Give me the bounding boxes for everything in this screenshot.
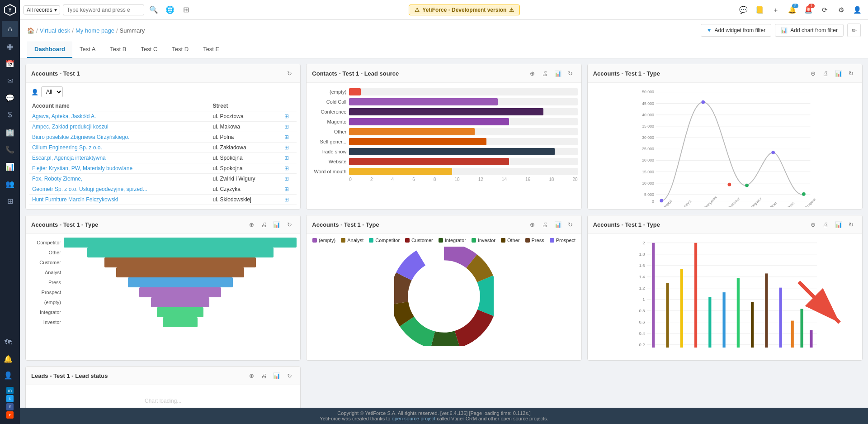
reddit-icon[interactable]: r [6,411,14,419]
print-icon-leads[interactable]: 🖨 [259,370,269,381]
breadcrumb-virtual-desk[interactable]: Virtual desk [40,27,71,34]
refresh-icon-contacts[interactable]: ↻ [565,68,576,79]
print-icon-funnel[interactable]: 🖨 [259,219,269,230]
tab-test-c[interactable]: Test C [133,41,165,58]
add-widget-button[interactable]: ▼ Add widget from filter [701,24,772,37]
account-link[interactable]: Ampec, Zakład produkcji koszul [32,124,108,130]
refresh-icon-line[interactable]: ↻ [846,68,857,79]
user-icon-btn[interactable]: 👤 [850,3,864,17]
linkedin-icon[interactable]: in [6,387,14,394]
filter-select[interactable]: All [41,86,63,97]
line-chart-svg: 50 000 45 000 40 000 35 000 30 000 25 00… [590,85,860,207]
sidebar-item-phone[interactable]: 📞 [2,141,18,157]
hbar-fill [349,158,509,165]
hbar-label: Trade show [310,149,346,154]
chart-type-icon[interactable]: 📊 [552,68,563,79]
account-link[interactable]: Escar.pl, Agencja interaktywna [32,155,106,161]
row-icon[interactable]: ⊞ [284,144,289,151]
print-icon-line[interactable]: 🖨 [821,68,831,79]
account-link[interactable]: Fox, Roboty Ziemne, [32,176,82,182]
sidebar-item-money[interactable]: $ [2,107,18,123]
sidebar-item-layers[interactable]: ⊞ [2,193,18,209]
sidebar-item-map[interactable]: 🗺 [0,334,16,351]
sidebar-item-people[interactable]: 👥 [2,176,18,192]
row-icon[interactable]: ⊞ [284,124,289,130]
chart-icon: 📊 [781,27,788,33]
records-select[interactable]: All records ▾ [24,5,60,14]
plus-circle-icon-funnel[interactable]: ⊕ [246,219,257,230]
plus-circle-icon-donut[interactable]: ⊕ [527,219,538,230]
alerts-icon-btn[interactable]: 🚨1 [801,3,816,17]
twitter-icon[interactable]: t [6,395,14,402]
row-icon[interactable]: ⊞ [284,196,289,203]
breadcrumb-home[interactable]: 🏠 [27,27,34,34]
print-icon-donut[interactable]: 🖨 [540,219,551,230]
cell-icon: ⊞ [282,122,297,132]
tab-test-a[interactable]: Test A [72,41,103,58]
sidebar-item-chat[interactable]: 💬 [2,90,18,106]
account-link[interactable]: Cilium Engineering Sp. z o.o. [32,144,102,151]
tab-test-d[interactable]: Test D [165,41,196,58]
account-link[interactable]: Agawa, Apteka, Jaskółd A. [32,113,96,119]
settings-icon-btn[interactable]: ⚙ [834,3,848,17]
tab-test-e[interactable]: Test E [196,41,226,58]
search-input[interactable] [63,5,144,15]
account-link[interactable]: Flejter Krystian, PW, Materiały budowlan… [32,165,132,172]
row-icon[interactable]: ⊞ [284,134,289,140]
print-icon-colbar[interactable]: 🖨 [821,219,831,230]
chart-type-icon-line[interactable]: 📊 [833,68,844,79]
address-book-icon-btn[interactable]: 📒 [752,3,767,17]
plus-icon-btn[interactable]: + [769,3,783,17]
sidebar-item-home[interactable]: ⌂ [2,21,18,37]
add-chart-button[interactable]: 📊 Add chart from filter [775,24,844,37]
row-icon[interactable]: ⊞ [284,176,289,182]
refresh-icon-donut[interactable]: ↻ [565,219,576,230]
chart-type-icon-donut[interactable]: 📊 [552,219,563,230]
sidebar-item-calendar[interactable]: 📅 [2,55,18,71]
row-icon[interactable]: ⊞ [284,113,289,119]
row-icon[interactable]: ⊞ [284,155,289,161]
tab-dashboard[interactable]: Dashboard [27,41,72,58]
plus-circle-icon-leads[interactable]: ⊕ [246,370,257,381]
chart-type-icon-funnel[interactable]: 📊 [271,219,282,230]
plus-circle-icon-line[interactable]: ⊕ [808,68,819,79]
sidebar-item-building[interactable]: 🏢 [2,124,18,140]
tab-test-b[interactable]: Test B [103,41,133,58]
refresh-icon[interactable]: ↻ [284,68,295,79]
sidebar-item-mail[interactable]: ✉ [2,72,18,89]
chart-type-icon-colbar[interactable]: 📊 [833,219,844,230]
account-link[interactable]: Geometr Sp. z o.o. Usługi geodezyjne, sp… [32,186,147,192]
open-source-link[interactable]: open source project [392,416,436,421]
refresh-icon-funnel[interactable]: ↻ [284,219,295,230]
search-icon[interactable]: 🔍 [147,3,160,17]
hbar-fill [349,168,452,175]
row-icon[interactable]: ⊞ [284,165,289,172]
funnel-bar [87,248,274,257]
sidebar-item-chart[interactable]: 📊 [2,158,18,175]
sidebar-item-user-profile[interactable]: 👤 [0,367,16,383]
funnel-label: Integrator [29,310,61,315]
globe-icon[interactable]: 🌐 [163,3,177,17]
funnel-bar [139,287,221,297]
account-link[interactable]: Hunt Furniture Marcin Felczykowski [32,196,118,203]
legend-label: (empty) [319,238,335,243]
breadcrumb-my-home-page[interactable]: My home page [75,27,114,34]
refresh-icon-leads[interactable]: ↻ [284,370,295,381]
sidebar-item-bell[interactable]: 🔔 [0,351,16,367]
plus-circle-icon-colbar[interactable]: ⊕ [808,219,819,230]
print-icon[interactable]: 🖨 [540,68,551,79]
row-icon[interactable]: ⊞ [284,186,289,192]
chat-icon-btn[interactable]: 💬 [736,3,750,17]
plus-circle-icon[interactable]: ⊕ [527,68,538,79]
sidebar-item-contacts[interactable]: ◉ [2,38,18,54]
history-icon-btn[interactable]: ⟳ [817,3,832,17]
tasks-icon-btn[interactable]: 🔔2 [785,3,799,17]
svg-point-26 [727,183,731,186]
refresh-icon-colbar[interactable]: ↻ [846,219,857,230]
grid-icon[interactable]: ⊞ [179,3,193,17]
edit-button[interactable]: ✏ [847,24,861,37]
app-logo[interactable]: Y [2,2,18,18]
chart-type-icon-leads[interactable]: 📊 [271,370,282,381]
facebook-icon[interactable]: f [6,403,14,410]
account-link[interactable]: Biuro poselskie Zbigniewa Girzyńskiego. [32,134,129,140]
